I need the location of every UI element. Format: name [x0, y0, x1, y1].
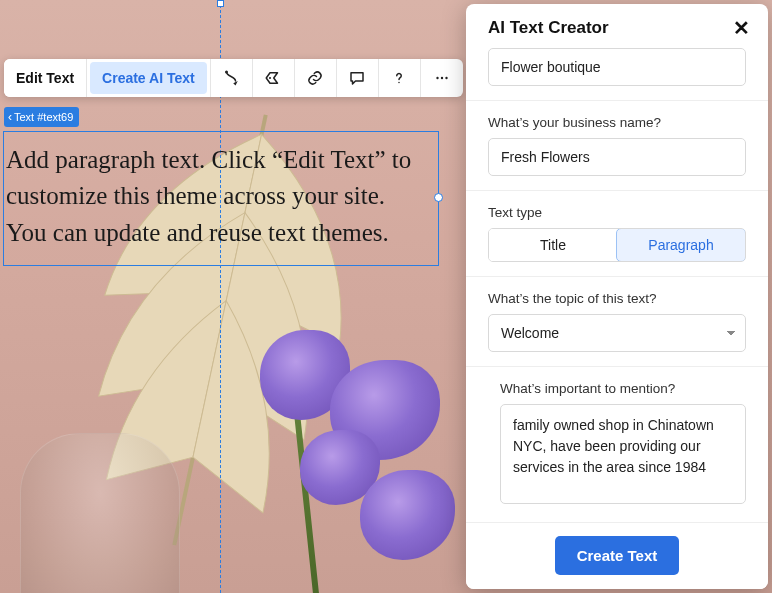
text-type-label: Text type — [488, 205, 746, 220]
text-type-paragraph-option[interactable]: Paragraph — [616, 228, 746, 262]
create-ai-text-button[interactable]: Create AI Text — [90, 62, 207, 94]
business-name-label: What’s your business name? — [488, 115, 746, 130]
more-icon[interactable] — [421, 59, 463, 97]
topic-select[interactable]: Welcome — [488, 314, 746, 352]
important-label: What’s important to mention? — [500, 381, 746, 396]
business-type-input[interactable] — [488, 48, 746, 86]
editor-canvas: Edit Text Create AI Text Text #text69 Ad… — [0, 0, 772, 593]
svg-point-4 — [440, 77, 442, 79]
orchid-decor — [330, 360, 440, 460]
alignment-guide-handle — [217, 0, 224, 7]
svg-point-1 — [269, 77, 271, 79]
text-toolbar: Edit Text Create AI Text — [4, 59, 463, 97]
important-textarea[interactable] — [500, 404, 746, 504]
help-icon[interactable] — [379, 59, 421, 97]
text-type-segmented-control: Title Paragraph — [488, 228, 746, 262]
selected-text-element[interactable]: Add paragraph text. Click “Edit Text” to… — [3, 131, 439, 266]
paragraph-text-content: Add paragraph text. Click “Edit Text” to… — [6, 146, 411, 246]
business-name-input[interactable] — [488, 138, 746, 176]
panel-title: AI Text Creator — [488, 18, 609, 38]
comment-icon[interactable] — [337, 59, 379, 97]
vase-decor — [20, 433, 180, 593]
animation-icon[interactable] — [211, 59, 253, 97]
ai-text-creator-panel: AI Text Creator ✕ What’s your business n… — [466, 4, 768, 589]
svg-point-0 — [225, 71, 228, 74]
edit-text-button[interactable]: Edit Text — [4, 59, 87, 97]
flower-stem-decor — [286, 340, 319, 593]
resize-handle-right[interactable] — [434, 193, 443, 202]
topic-label: What’s the topic of this text? — [488, 291, 746, 306]
svg-point-3 — [436, 77, 438, 79]
orchid-decor — [360, 470, 455, 560]
svg-point-2 — [398, 82, 400, 84]
close-icon[interactable]: ✕ — [733, 18, 750, 38]
element-id-badge[interactable]: Text #text69 — [4, 107, 79, 127]
seo-tag-icon[interactable] — [253, 59, 295, 97]
link-icon[interactable] — [295, 59, 337, 97]
create-text-button[interactable]: Create Text — [555, 536, 680, 575]
text-type-title-option[interactable]: Title — [489, 229, 617, 261]
orchid-decor — [300, 430, 380, 505]
orchid-decor — [260, 330, 350, 420]
svg-point-5 — [445, 77, 447, 79]
